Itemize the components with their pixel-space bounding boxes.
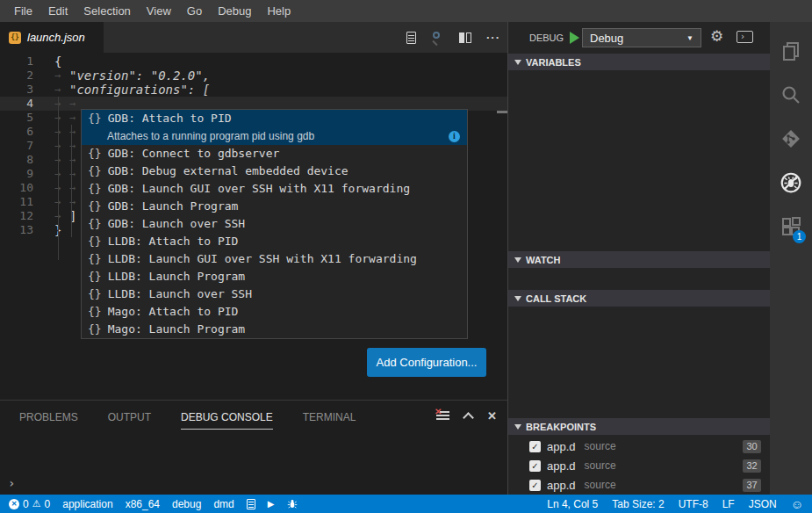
extensions-badge: 1 [793, 230, 806, 243]
suggest-widget: {} GDB: Attach to PID Attaches to a runn… [81, 109, 468, 339]
start-debug-icon[interactable] [570, 32, 579, 44]
suggestion-label: Mago: Attach to PID [108, 303, 239, 321]
breakpoint-checkbox[interactable]: ✓ [529, 460, 541, 472]
activity-bar: 1 [770, 22, 812, 495]
suggestion-item-selected[interactable]: {} GDB: Attach to PID [82, 110, 467, 127]
watch-section-header[interactable]: WATCH [508, 251, 770, 268]
more-actions-icon[interactable]: ··· [486, 33, 500, 42]
tab-whitespace-icon [54, 111, 69, 125]
activity-source-control[interactable] [770, 117, 812, 161]
tab-whitespace-icon [54, 167, 69, 181]
configure-gear-icon[interactable]: ⚙ [710, 27, 723, 46]
suggestion-item[interactable]: {}LLDB: Launch GUI over SSH with X11 for… [82, 250, 467, 268]
project-file-icon[interactable] [247, 499, 255, 509]
line-number: 8 [0, 153, 47, 167]
suggestion-label: LLDB: Launch GUI over SSH with X11 forwa… [108, 250, 417, 268]
menu-selection[interactable]: Selection [75, 4, 138, 18]
run-icon[interactable]: ▶ [268, 499, 275, 509]
launch-configuration-select[interactable]: Debug ▼ [582, 28, 701, 47]
eol-sequence[interactable]: LF [722, 498, 735, 510]
breakpoint-line-badge: 37 [743, 479, 761, 492]
language-mode[interactable]: JSON [749, 498, 777, 510]
tab-terminal[interactable]: TERMINAL [303, 411, 356, 430]
suggestion-item[interactable]: {}Mago: Launch Program [82, 321, 467, 338]
menu-debug[interactable]: Debug [210, 4, 259, 18]
breakpoint-line-badge: 30 [743, 440, 761, 453]
breakpoint-row[interactable]: ✓ app.d source 30 [508, 437, 770, 456]
activity-extensions[interactable]: 1 [770, 205, 812, 249]
breakpoints-section-header[interactable]: BREAKPOINTS [508, 418, 770, 435]
error-count: 0 [23, 498, 29, 510]
menu-view[interactable]: View [139, 4, 179, 18]
variables-section-header[interactable]: VARIABLES [508, 54, 770, 70]
suggestion-item[interactable]: {}GDB: Debug external embedded device [82, 163, 467, 180]
error-icon: ✕ [9, 499, 19, 509]
activity-search[interactable] [770, 73, 812, 117]
activity-debug-active[interactable] [770, 161, 812, 205]
line-number: 7 [0, 139, 47, 153]
breakpoint-checkbox[interactable]: ✓ [529, 441, 541, 452]
add-configuration-button[interactable]: Add Configuration... [367, 348, 486, 377]
panel-actions: ✕ ✕ [436, 409, 497, 423]
close-panel-icon[interactable]: ✕ [487, 409, 497, 423]
suggestion-item[interactable]: {}LLDB: Launch Program [82, 268, 467, 285]
breakpoint-row[interactable]: ✓ app.d source 32 [508, 456, 770, 475]
code-line[interactable]: 2"version": "0.2.0", [0, 69, 507, 83]
tab-launch-json[interactable]: {} launch.json [0, 22, 104, 53]
breakpoint-row[interactable]: ✓ app.d source 37 [508, 475, 770, 495]
tab-problems[interactable]: PROBLEMS [19, 411, 78, 430]
debug-console-prompt[interactable]: › [8, 476, 15, 490]
activity-explorer[interactable] [770, 29, 812, 73]
feedback-smiley-icon[interactable]: ☺ [791, 497, 803, 511]
breakpoint-checkbox[interactable]: ✓ [529, 480, 541, 491]
snippet-icon: {} [88, 285, 102, 303]
suggestion-item[interactable]: {}LLDB: Launch over SSH [82, 285, 467, 303]
menu-help[interactable]: Help [259, 4, 298, 18]
clear-console-icon[interactable]: ✕ [436, 410, 449, 422]
line-number: 12 [0, 209, 47, 223]
code-line[interactable]: 1{ [0, 54, 507, 69]
indentation[interactable]: Tab Size: 2 [612, 498, 664, 510]
status-application[interactable]: application [62, 498, 112, 510]
problems-status[interactable]: ✕ 0 ⚠ 0 [9, 498, 50, 510]
snippet-icon: {} [88, 180, 102, 198]
git-branch-icon [780, 128, 801, 149]
suggestion-detail: Attaches to a running program pid using … [82, 127, 467, 145]
suggestion-label: LLDB: Launch Program [108, 268, 246, 285]
search-icon [780, 84, 801, 105]
editor-tab-bar: {} launch.json ··· [0, 22, 507, 53]
status-build-type[interactable]: debug [172, 498, 201, 510]
menu-file[interactable]: File [6, 4, 40, 18]
menu-edit[interactable]: Edit [40, 4, 75, 18]
menu-go[interactable]: Go [179, 4, 210, 18]
maximize-panel-icon[interactable] [463, 412, 474, 423]
code-text: { [54, 54, 61, 69]
encoding[interactable]: UTF-8 [679, 498, 708, 510]
code-line[interactable]: 3"configurations": [ [0, 83, 507, 97]
suggestion-item[interactable]: {}Mago: Attach to PID [82, 303, 467, 321]
open-debug-console-icon[interactable]: › [737, 31, 753, 43]
suggestion-item[interactable]: {}GDB: Launch Program [82, 198, 467, 215]
line-number: 5 [0, 111, 47, 125]
suggestion-label: LLDB: Launch over SSH [108, 285, 252, 303]
bug-icon[interactable] [286, 498, 298, 510]
section-title: BREAKPOINTS [526, 422, 596, 432]
split-editor-icon[interactable] [459, 33, 471, 43]
line-number: 9 [0, 167, 47, 181]
status-arch[interactable]: x86_64 [126, 498, 160, 510]
call-stack-section-header[interactable]: CALL STACK [508, 290, 770, 307]
open-preview-icon[interactable] [431, 31, 444, 44]
suggestion-item[interactable]: {}LLDB: Attach to PID [82, 233, 467, 250]
tab-output[interactable]: OUTPUT [108, 411, 151, 430]
cursor-position[interactable]: Ln 4, Col 5 [547, 498, 598, 510]
section-title: CALL STACK [526, 293, 586, 304]
tab-whitespace-icon [54, 69, 69, 83]
open-settings-icon[interactable] [406, 32, 416, 44]
suggestion-item[interactable]: {}GDB: Launch GUI over SSH with X11 forw… [82, 180, 467, 198]
info-icon[interactable]: i [449, 131, 460, 142]
tab-debug-console[interactable]: DEBUG CONSOLE [181, 411, 273, 430]
suggestion-item[interactable]: {}GDB: Launch over SSH [82, 215, 467, 233]
suggestion-item[interactable]: {}GDB: Connect to gdbserver [82, 145, 467, 163]
status-compiler[interactable]: dmd [213, 498, 234, 510]
indent-guide [58, 97, 59, 260]
